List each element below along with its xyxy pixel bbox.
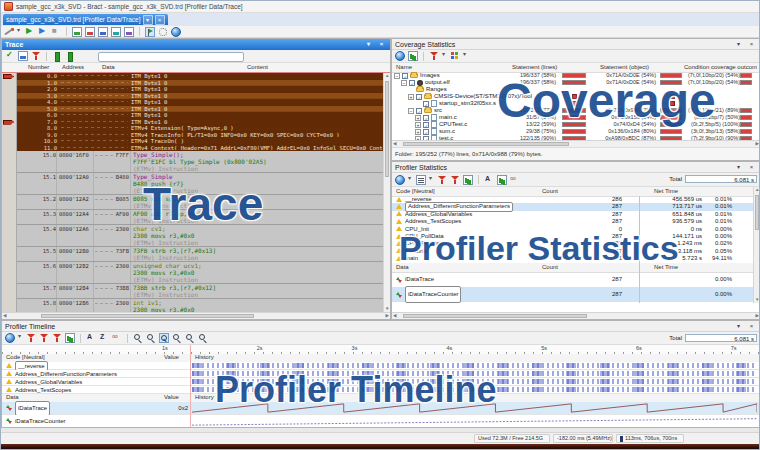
accept-icon[interactable]: [5, 51, 15, 61]
checkbox[interactable]: ✓: [409, 80, 415, 86]
area-chart-icon[interactable]: [497, 175, 507, 185]
stats-chart-icon[interactable]: [408, 51, 418, 61]
coverage-row[interactable]: −✓src195/252 (77%)0x71A/0x988 (79%)(7t,0…: [392, 107, 760, 114]
scroll-left-arrow[interactable]: ◀: [3, 313, 6, 319]
statistics-code-row[interactable]: Address_GlobalVariables287651.848 us0.01…: [392, 211, 753, 218]
stop-icon[interactable]: [51, 27, 61, 37]
statistics-code-row[interactable]: Address_TestScopes287936.579 us0.01%: [392, 218, 753, 225]
prev-marker-icon[interactable]: [52, 51, 62, 61]
coverage-tree[interactable]: −✓Images196/337 (58%)0x71A/0xD0E (54%)(7…: [392, 72, 760, 142]
total-field[interactable]: 6.081 s: [685, 334, 757, 342]
timeline-code-row[interactable]: Address_TestScopes: [2, 386, 760, 394]
refresh-sphere-icon[interactable]: [5, 333, 15, 343]
timeline-code-rows[interactable]: __reverseAddress_DifferentFunctionParame…: [2, 362, 760, 394]
zoom-home-icon[interactable]: [198, 333, 208, 343]
panel-close-button[interactable]: ×: [746, 39, 757, 50]
coverage-row[interactable]: −✓output.elf196/337 (58%)0x71A/0xD0E (54…: [392, 79, 760, 86]
trace-code-row[interactable]: 15.50800'12B073FB73FB strb r3,[r7,#0x13]…: [17, 247, 383, 262]
hammer-icon[interactable]: [4, 27, 14, 37]
coverage-horizontal-scrollbar[interactable]: ◀▶: [392, 140, 760, 147]
download-doc-icon[interactable]: [72, 27, 82, 37]
panel-menu-button[interactable]: ▾: [733, 162, 744, 173]
trace-horizontal-scrollbar[interactable]: ◀▶: [2, 312, 390, 319]
memory-doc-icon[interactable]: [111, 27, 121, 37]
filter2-icon[interactable]: [39, 333, 49, 343]
coverage-row[interactable]: −✓Images196/337 (58%)0x71A/0xD0E (54%)(7…: [392, 72, 760, 79]
coverage-row[interactable]: +✓sum.c29/38 (75%)0x136/0x184 (80%)(3t,0…: [392, 128, 760, 135]
dropdown-caret-icon[interactable]: [18, 333, 23, 343]
tree-expander[interactable]: −: [401, 80, 407, 86]
scroll-left-arrow[interactable]: ◀: [393, 313, 396, 319]
trace-code-row[interactable]: 15.20800'12A2B085B085 sub sp,#0x14(ETMv)…: [17, 195, 383, 210]
globe-icon[interactable]: [171, 27, 181, 37]
panel-menu-button[interactable]: ▾: [733, 321, 744, 332]
filter-icon[interactable]: [437, 175, 447, 185]
timeline-data-row[interactable]: iDataTrace0x2: [2, 402, 760, 415]
options-icon[interactable]: [158, 27, 168, 37]
tree-expander[interactable]: +: [415, 129, 421, 135]
panel-close-button[interactable]: ×: [746, 321, 757, 332]
filter-icon[interactable]: [26, 333, 36, 343]
dropdown-caret-icon[interactable]: [429, 175, 434, 185]
statistics-vertical-scrollbar[interactable]: ▲▼: [753, 187, 760, 303]
scroll-thumb[interactable]: [41, 314, 254, 318]
watch-doc-icon[interactable]: [98, 27, 108, 37]
tree-expander[interactable]: −: [394, 73, 400, 79]
tree-expander[interactable]: −: [408, 108, 414, 114]
zoom-sel-icon[interactable]: [159, 333, 169, 343]
timeline-code-row[interactable]: Address_GlobalVariables: [2, 378, 760, 386]
trace-code-row[interactable]: 15.70800'12B473BB73BB strb r3,[r7,#0x12]…: [17, 284, 383, 299]
link-icon[interactable]: [112, 333, 122, 343]
analyzer-flag-icon[interactable]: [145, 27, 155, 37]
group-icon[interactable]: [450, 51, 460, 61]
link-icon[interactable]: [510, 175, 520, 185]
scroll-thumb[interactable]: [755, 195, 759, 230]
filter3-icon[interactable]: [52, 333, 62, 343]
statistics-data-row[interactable]: iDataTraceCounter2870.00%: [392, 287, 753, 302]
filter-icon[interactable]: [429, 51, 439, 61]
scroll-thumb[interactable]: [403, 142, 569, 146]
checkbox[interactable]: ✓: [423, 101, 429, 107]
filter2-icon[interactable]: [450, 175, 460, 185]
filter-icon[interactable]: [31, 51, 41, 61]
tab-menu-button[interactable]: ▾: [143, 15, 153, 25]
breakpoint-doc-icon[interactable]: [85, 27, 95, 37]
trace-code-row[interactable]: 15.40800'12A62300char cv1;2300 movs r3,#…: [17, 225, 383, 247]
trace-code-row[interactable]: 15.80800'12B62300int iv1;2300 movs r3,#0…: [17, 299, 383, 312]
statistics-horizontal-scrollbar[interactable]: ◀▶: [392, 312, 760, 319]
checkbox[interactable]: ✓: [423, 115, 429, 121]
scroll-down-arrow[interactable]: ▼: [755, 297, 759, 303]
terminal-doc-icon[interactable]: [124, 27, 134, 37]
zoom-fit-icon[interactable]: [172, 333, 182, 343]
checkbox[interactable]: ✓: [402, 73, 408, 79]
scroll-thumb[interactable]: [385, 81, 389, 177]
refresh-sphere-icon[interactable]: [395, 51, 405, 61]
sort-a-icon[interactable]: [86, 333, 96, 343]
trace-marker-icon[interactable]: [3, 120, 14, 125]
statistics-code-row[interactable]: CPU_RecData2871.243 ms0.02%: [392, 240, 753, 247]
coverage-row[interactable]: +✓main.c31/57 (54%)0x76/0x156 (54%)(0t,0…: [392, 114, 760, 121]
tree-expander[interactable]: +: [415, 115, 421, 121]
coverage-row[interactable]: +✓CPUTest.c13/22 (59%)0x74/0xD4 (54%)(0t…: [392, 121, 760, 128]
scroll-right-arrow[interactable]: ▶: [756, 313, 759, 319]
scroll-right-arrow[interactable]: ▶: [386, 313, 389, 319]
statistics-data-row[interactable]: iDataTrace2870.00%: [392, 272, 753, 287]
dropdown-caret-icon[interactable]: [463, 51, 468, 61]
trace-code-row[interactable]: 15.30800'12A4AF00AF00 add r7,sp,#0x0(ETM…: [17, 210, 383, 225]
timeline-data-row[interactable]: iDataTraceCounter: [2, 415, 760, 428]
zoom-out-icon[interactable]: [146, 333, 156, 343]
trace-code-row[interactable]: 15.00800'16F0F7FFType_Simple();F7FF'E1FC…: [17, 151, 383, 173]
zoom-all-icon[interactable]: [185, 333, 195, 343]
timeline-data-rows[interactable]: iDataTrace0x2iDataTraceCounter: [2, 402, 760, 428]
tree-expander[interactable]: +: [408, 94, 414, 100]
panel-menu-button[interactable]: ▾: [733, 39, 744, 50]
scroll-up-arrow[interactable]: ▲: [755, 187, 759, 193]
trace-list[interactable]: 0.0ITM_Byte1 01.0ITM_Byte1 02.0ITM_Byte1…: [2, 73, 383, 312]
statistics-code-row[interactable]: Address_DifferentFunctionParameters28771…: [392, 203, 753, 210]
checkbox[interactable]: ✓: [423, 122, 429, 128]
coverage-row[interactable]: Ranges: [392, 86, 760, 93]
sort-a-icon[interactable]: [484, 175, 494, 185]
dropdown-caret-icon[interactable]: [408, 175, 413, 185]
coverage-row[interactable]: ✓startup_stm32f05xx.s: [392, 100, 760, 107]
checkbox[interactable]: ✓: [416, 108, 422, 114]
